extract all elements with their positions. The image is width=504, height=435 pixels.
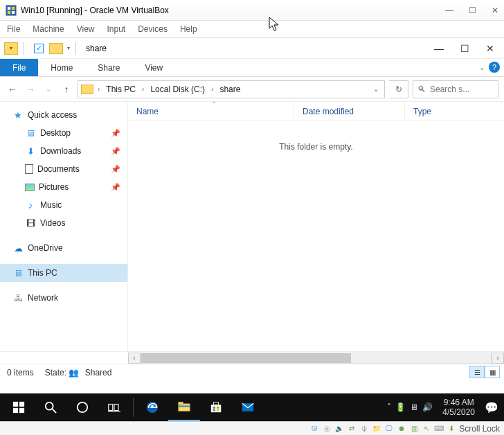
nav-forward-button[interactable]: →: [24, 82, 37, 96]
taskbar-clock[interactable]: 9:46 AM 4/5/2020: [442, 398, 475, 418]
breadcrumb-chevron[interactable]: ›: [210, 85, 215, 93]
vb-indicator-hard-disk-icon[interactable]: ⛁: [309, 424, 319, 434]
horizontal-scrollbar[interactable]: ‹ ›: [0, 351, 504, 364]
scroll-right-button[interactable]: ›: [492, 353, 504, 364]
vb-menu-input[interactable]: Input: [107, 24, 126, 34]
nav-recent-dropdown[interactable]: ⌄: [42, 82, 55, 96]
status-bar: 0 items State: 👥 Shared ☰ ▦: [0, 364, 504, 380]
search-button[interactable]: [35, 393, 66, 421]
vb-indicator-mouse-icon[interactable]: ↖: [422, 424, 431, 434]
ribbon-tab-view[interactable]: View: [132, 59, 175, 76]
explorer-window-title: share: [86, 44, 107, 53]
start-button[interactable]: [3, 393, 35, 421]
nav-network[interactable]: 🖧Network: [0, 289, 127, 307]
vb-menu-file[interactable]: File: [7, 24, 20, 34]
svg-rect-7: [13, 408, 18, 413]
nav-back-button[interactable]: ←: [6, 82, 19, 96]
svg-rect-20: [213, 402, 218, 405]
vb-indicator-usb-icon[interactable]: ψ: [359, 424, 369, 434]
qat-new-folder-button[interactable]: [49, 43, 63, 54]
scroll-track[interactable]: [141, 353, 492, 364]
breadcrumb-bar[interactable]: › This PC › Local Disk (C:) › share ⌄: [78, 80, 385, 98]
quick-access-toolbar: ▾ ✓ ▾: [4, 42, 80, 55]
vb-close-button[interactable]: ✕: [492, 6, 498, 15]
qat-properties-button[interactable]: ✓: [34, 44, 44, 53]
vb-indicator-display-icon[interactable]: 🖵: [384, 424, 394, 434]
nav-up-button[interactable]: ↑: [60, 82, 73, 96]
tray-overflow-icon[interactable]: ˄: [387, 402, 391, 412]
tray-battery-icon[interactable]: 🔋: [395, 402, 406, 412]
taskbar-mail[interactable]: [232, 393, 264, 421]
vb-menu-devices[interactable]: Devices: [138, 24, 168, 34]
view-details-button[interactable]: ☰: [469, 366, 485, 378]
address-bar-row: ← → ⌄ ↑ › This PC › Local Disk (C:) › sh…: [0, 77, 504, 102]
nav-desktop[interactable]: 🖥Desktop📌: [0, 124, 127, 142]
tray-volume-icon[interactable]: 🔊: [422, 402, 433, 412]
nav-onedrive[interactable]: ☁OneDrive: [0, 239, 127, 257]
vb-menu-help[interactable]: Help: [180, 24, 197, 34]
vb-minimize-button[interactable]: —: [445, 6, 453, 15]
refresh-button[interactable]: ↻: [389, 80, 408, 98]
vb-indicator-shared-folders-icon[interactable]: 📁: [372, 424, 381, 434]
scroll-left-button[interactable]: ‹: [128, 353, 141, 364]
qat-folder-dropdown[interactable]: ▾: [4, 42, 18, 55]
column-header-date[interactable]: Date modified: [294, 102, 405, 121]
breadcrumb-chevron[interactable]: ›: [141, 85, 145, 93]
action-center-button[interactable]: 💬: [485, 401, 498, 414]
search-icon: 🔍︎: [417, 85, 426, 94]
nav-videos[interactable]: 🎞Videos: [0, 214, 127, 232]
vb-indicator-network-icon[interactable]: ⇄: [347, 424, 357, 434]
column-header-type[interactable]: Type: [405, 102, 504, 121]
nav-downloads[interactable]: ⬇Downloads📌: [0, 142, 127, 160]
nav-documents[interactable]: Documents📌: [0, 160, 127, 178]
nav-label: Music: [40, 200, 62, 210]
nav-pictures[interactable]: Pictures📌: [0, 178, 127, 196]
vb-indicator-cpu-icon[interactable]: ▥: [409, 424, 419, 434]
vb-indicator-audio-icon[interactable]: 🔉: [334, 424, 344, 434]
ribbon-tab-file[interactable]: File: [0, 59, 38, 76]
vb-maximize-button[interactable]: ☐: [469, 6, 476, 15]
task-view-button[interactable]: [98, 393, 130, 421]
nav-this-pc[interactable]: 🖥This PC: [0, 264, 127, 282]
nav-label: OneDrive: [28, 243, 63, 253]
breadcrumb-this-pc[interactable]: This PC: [102, 85, 139, 94]
taskbar-edge[interactable]: [136, 393, 168, 421]
nav-music[interactable]: ♪Music: [0, 196, 127, 214]
scroll-thumb[interactable]: [141, 353, 351, 363]
search-input[interactable]: [430, 85, 485, 94]
ribbon-tab-share[interactable]: Share: [85, 59, 132, 76]
svg-rect-8: [19, 408, 24, 413]
nav-label: Network: [28, 293, 58, 303]
svg-rect-2: [12, 7, 15, 10]
vb-menu-view[interactable]: View: [77, 24, 95, 34]
vb-indicator-optical-icon[interactable]: ◎: [322, 424, 332, 434]
ribbon-expand-icon[interactable]: ⌄: [479, 64, 485, 71]
vb-indicator-keyboard-icon[interactable]: ⌨: [434, 424, 444, 434]
breadcrumb-share[interactable]: share: [216, 85, 244, 94]
vb-indicator-recording-icon[interactable]: ⏺: [397, 424, 406, 434]
svg-rect-22: [217, 407, 219, 409]
pin-icon: 📌: [111, 183, 120, 192]
ribbon-tab-home[interactable]: Home: [38, 59, 85, 76]
qat-dropdown[interactable]: ▾: [67, 45, 70, 51]
column-headers: ⌃ Name Date modified Type: [128, 102, 504, 121]
explorer-minimize-button[interactable]: —: [434, 43, 444, 54]
virtualbox-title-bar: Win10 [Running] - Oracle VM VirtualBox —…: [0, 0, 504, 21]
taskbar-store[interactable]: [200, 393, 232, 421]
explorer-maximize-button[interactable]: ☐: [460, 43, 469, 54]
vb-menu-machine[interactable]: Machine: [33, 24, 64, 34]
help-icon[interactable]: ?: [489, 62, 500, 73]
taskbar-file-explorer[interactable]: [168, 393, 200, 421]
explorer-close-button[interactable]: ✕: [486, 43, 494, 54]
breadcrumb-dropdown[interactable]: ⌄: [373, 85, 381, 93]
tray-network-icon[interactable]: 🖥: [410, 402, 418, 412]
nav-quick-access[interactable]: ★ Quick access: [0, 106, 127, 124]
breadcrumb-local-disk[interactable]: Local Disk (C:): [147, 85, 208, 94]
status-state: State: 👥 Shared: [45, 368, 112, 378]
network-icon: 🖧: [12, 292, 24, 303]
breadcrumb-folder-icon: [81, 85, 93, 94]
breadcrumb-chevron[interactable]: ›: [96, 85, 101, 93]
search-box[interactable]: 🔍︎: [413, 80, 498, 98]
view-large-icons-button[interactable]: ▦: [485, 366, 500, 378]
cortana-button[interactable]: [66, 393, 98, 421]
